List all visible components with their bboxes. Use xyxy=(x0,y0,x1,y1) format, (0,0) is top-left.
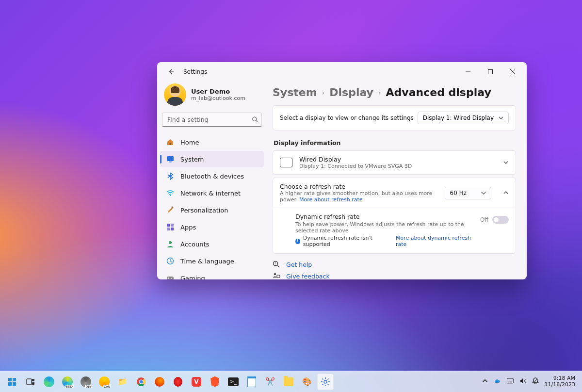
windows-icon xyxy=(7,377,17,387)
help-links: ? Get help Give feedback xyxy=(273,261,516,279)
display-info-card[interactable]: Wired Display Display 1: Connected to VM… xyxy=(273,150,516,175)
nav-gaming[interactable]: Gaming xyxy=(160,270,264,279)
refresh-rate-value: 60 Hz xyxy=(450,190,467,196)
chevron-down-icon xyxy=(481,191,486,196)
profile-name: User Demo xyxy=(191,88,245,95)
taskbar-app-brave[interactable] xyxy=(207,374,223,390)
dynamic-refresh-row: Dynamic refresh rate To help save power,… xyxy=(273,208,516,253)
system-icon xyxy=(166,155,175,163)
toggle-label: Off xyxy=(480,216,488,223)
svg-rect-22 xyxy=(8,382,12,386)
give-feedback-link[interactable]: Give feedback xyxy=(286,273,330,280)
onedrive-icon[interactable] xyxy=(494,377,501,386)
taskbar-app-chrome[interactable] xyxy=(133,374,149,390)
gear-icon xyxy=(321,377,330,387)
taskbar-app-edge-beta[interactable]: BETA xyxy=(59,374,76,390)
svg-rect-4 xyxy=(169,162,172,163)
tray-volume-icon[interactable] xyxy=(519,377,526,386)
terminal-icon: >_ xyxy=(228,377,239,386)
dynamic-more-link[interactable]: More about dynamic refresh rate xyxy=(396,235,473,247)
refresh-rate-dropdown[interactable]: 60 Hz xyxy=(445,187,491,199)
nav-personalization[interactable]: Personalization xyxy=(160,202,264,218)
nav-home[interactable]: Home xyxy=(160,134,264,150)
nav-time[interactable]: Time & language xyxy=(160,253,264,269)
tray-clock[interactable]: 9:18 AM 11/18/2023 xyxy=(545,376,575,387)
wifi-icon xyxy=(166,189,175,197)
svg-point-11 xyxy=(169,241,172,244)
taskbar-app-snip[interactable]: ✂️ xyxy=(262,374,278,390)
expand-button[interactable] xyxy=(503,158,509,167)
svg-rect-0 xyxy=(488,70,493,74)
monitor-icon xyxy=(280,158,292,167)
chevron-right-icon: › xyxy=(378,89,381,97)
nav-label: Personalization xyxy=(180,207,228,214)
nav-bluetooth[interactable]: Bluetooth & devices xyxy=(160,168,264,184)
taskbar-app-firefox[interactable] xyxy=(151,374,168,390)
apps-icon xyxy=(166,223,175,231)
tray-notifications-icon[interactable] xyxy=(532,377,539,386)
tray-chevron[interactable] xyxy=(482,377,488,386)
svg-text:?: ? xyxy=(275,261,276,265)
taskbar-app-terminal[interactable]: >_ xyxy=(225,374,242,390)
edge-canary-icon: CAN xyxy=(99,376,110,387)
maximize-icon xyxy=(488,69,493,74)
brave-icon xyxy=(210,376,219,387)
maximize-button[interactable] xyxy=(479,64,501,80)
refresh-rate-card: Choose a refresh rate A higher rate give… xyxy=(273,178,516,254)
refresh-more-link[interactable]: More about refresh rate xyxy=(299,196,363,203)
svg-rect-8 xyxy=(171,224,174,227)
display-info-sub: Display 1: Connected to VMware SVGA 3D xyxy=(299,163,412,169)
system-tray: 9:18 AM 11/18/2023 xyxy=(482,376,578,387)
breadcrumb-system[interactable]: System xyxy=(273,86,317,98)
taskbar-app-edge-canary[interactable]: CAN xyxy=(96,374,113,390)
breadcrumb-current: Advanced display xyxy=(386,86,491,98)
chevron-down-icon xyxy=(499,115,503,120)
info-icon xyxy=(295,239,300,244)
svg-point-32 xyxy=(324,380,327,383)
search-input[interactable] xyxy=(162,113,262,127)
avatar xyxy=(164,83,186,106)
settings-window: Settings User Demo m_lab@outlook.com xyxy=(157,62,527,279)
profile[interactable]: User Demo m_lab@outlook.com xyxy=(160,82,264,113)
nav-system[interactable]: System xyxy=(160,151,264,167)
svg-rect-10 xyxy=(171,228,174,230)
minimize-button[interactable] xyxy=(457,64,479,80)
collapse-button[interactable] xyxy=(503,188,509,197)
start-button[interactable] xyxy=(4,374,20,390)
nav-label: Apps xyxy=(180,224,196,231)
nav-accounts[interactable]: Accounts xyxy=(160,236,264,252)
chrome-icon xyxy=(136,377,146,387)
taskbar-app-edge-dev[interactable]: DEV xyxy=(78,374,94,390)
display-dropdown[interactable]: Display 1: Wired Display xyxy=(418,112,509,124)
taskbar-app-files[interactable] xyxy=(280,374,297,390)
taskbar-app-explorer[interactable]: 📁 xyxy=(114,374,131,390)
taskbar-app-taskview[interactable] xyxy=(22,374,39,390)
taskbar-app-settings[interactable] xyxy=(317,374,334,390)
svg-rect-19 xyxy=(277,275,280,278)
taskbar-app-vivaldi[interactable]: V xyxy=(188,374,205,390)
close-button[interactable] xyxy=(501,64,524,80)
back-button[interactable] xyxy=(164,65,178,79)
chevron-up-icon xyxy=(482,377,488,384)
nav-label: Accounts xyxy=(180,241,209,248)
person-icon xyxy=(166,240,175,248)
taskbar-apps: BETA DEV CAN 📁 V >_ ✂️ 🎨 xyxy=(4,374,334,390)
taskbar-app-notepad[interactable] xyxy=(243,374,260,390)
taskbar-app-paint[interactable]: 🎨 xyxy=(299,374,315,390)
vivaldi-icon: V xyxy=(192,377,201,387)
tray-keyboard-icon[interactable] xyxy=(507,377,514,386)
display-info-title: Wired Display xyxy=(299,156,412,163)
toggle-switch xyxy=(492,216,509,224)
svg-rect-7 xyxy=(167,224,170,227)
get-help-link[interactable]: Get help xyxy=(286,261,312,268)
profile-email: m_lab@outlook.com xyxy=(191,95,245,101)
taskbar-app-edge[interactable] xyxy=(41,374,57,390)
svg-rect-20 xyxy=(8,378,12,381)
tray-date: 11/18/2023 xyxy=(545,382,575,388)
taskbar-app-opera[interactable] xyxy=(170,374,186,390)
titlebar: Settings xyxy=(157,62,527,82)
search-icon xyxy=(252,115,258,125)
nav-network[interactable]: Network & internet xyxy=(160,185,264,201)
breadcrumb-display[interactable]: Display xyxy=(329,86,373,98)
nav-apps[interactable]: Apps xyxy=(160,219,264,235)
